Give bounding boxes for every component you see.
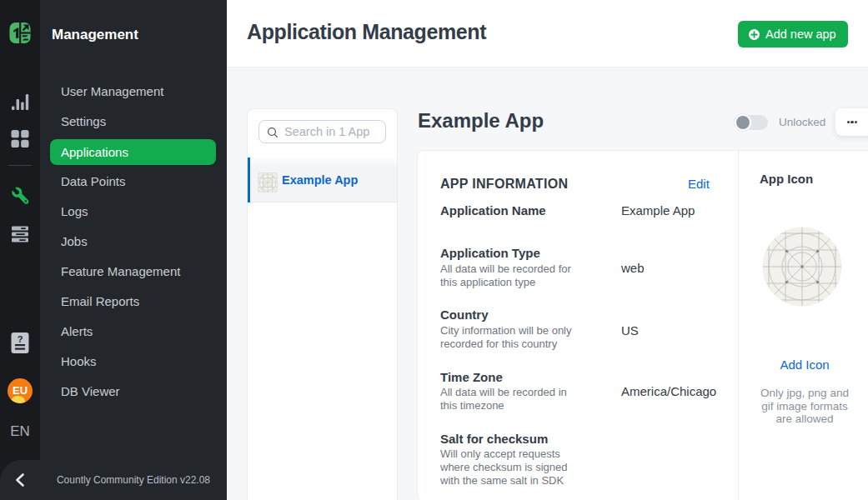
- svg-text:?: ?: [18, 334, 23, 344]
